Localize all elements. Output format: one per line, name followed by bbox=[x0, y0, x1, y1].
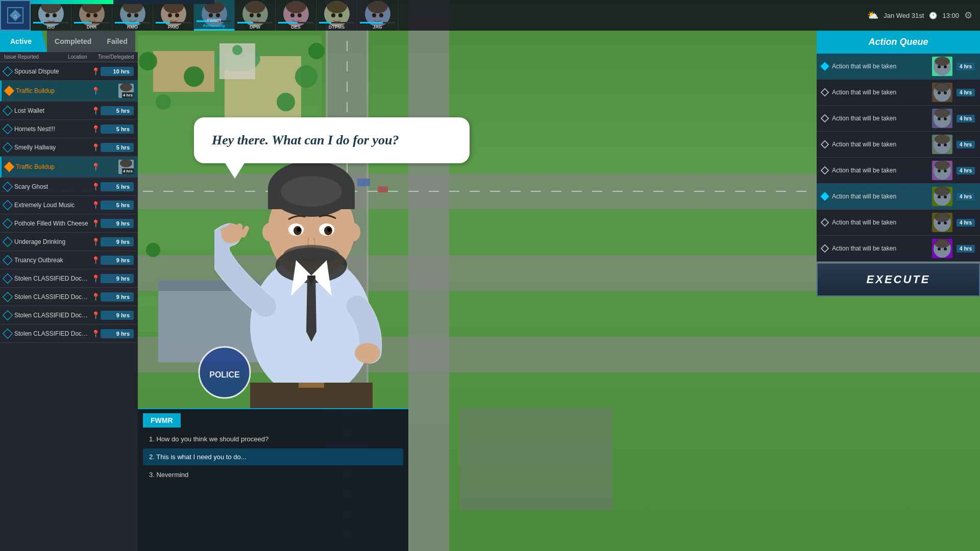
agent-label-dhr: DHR bbox=[87, 24, 97, 30]
svg-point-69 bbox=[372, 13, 376, 17]
tab-completed[interactable]: Completed bbox=[47, 31, 99, 52]
issue-item[interactable]: Traffic Buildup📍 4 hrs bbox=[0, 81, 138, 102]
issue-location-icon: 📍 bbox=[90, 219, 101, 228]
action-hrs-badge: 4 hrs bbox=[957, 141, 975, 148]
assigned-hrs-label: 4 hrs bbox=[122, 92, 134, 98]
settings-icon[interactable]: ⚙ bbox=[964, 10, 972, 21]
issue-item[interactable]: Stolen CLASSIFIED Documents📍9 hrs bbox=[0, 306, 138, 324]
action-item[interactable]: Action that will be taken 4 hrs bbox=[817, 236, 980, 262]
issue-time: 9 hrs bbox=[101, 274, 134, 283]
issue-item[interactable]: Scary Ghost📍5 hrs bbox=[0, 178, 138, 196]
dialogue-option-3[interactable]: 3. Nevermind bbox=[143, 466, 403, 483]
agent-slot-dpw[interactable]: DPW bbox=[235, 0, 276, 31]
issue-item[interactable]: Stolen CLASSIFIED Documents📍9 hrs bbox=[0, 324, 138, 343]
issue-item[interactable]: Hornets Nest!!!📍5 hrs bbox=[0, 120, 138, 138]
agent-slot-paio[interactable]: PAIO bbox=[153, 0, 194, 31]
dialogue-option-1[interactable]: 1. How do you think we should proceed? bbox=[143, 431, 403, 447]
action-item[interactable]: Action that will be taken 4 hrs bbox=[817, 210, 980, 236]
action-avatar bbox=[932, 239, 952, 258]
issue-icon bbox=[3, 124, 13, 134]
agent-xp-dhr bbox=[74, 22, 109, 23]
action-text: Action that will be taken bbox=[832, 89, 928, 96]
action-diamond-icon bbox=[821, 244, 829, 253]
agent-slot-rmo[interactable]: RMO bbox=[112, 0, 153, 31]
agent-slot-dtpms[interactable]: DTPMS bbox=[316, 0, 357, 31]
time-badge: 9 hrs bbox=[101, 329, 134, 338]
time-badge: 5 hrs bbox=[101, 182, 134, 191]
clock-icon: 🕐 bbox=[929, 12, 937, 19]
action-avatar bbox=[932, 109, 952, 128]
action-hrs-badge: 4 hrs bbox=[957, 245, 975, 253]
issue-icon bbox=[3, 182, 13, 192]
agent-slot-dhr[interactable]: DHR bbox=[71, 0, 112, 31]
issue-icon bbox=[3, 66, 13, 77]
issue-item[interactable]: Truancy Outbreak📍9 hrs bbox=[0, 251, 138, 269]
svg-point-113 bbox=[938, 117, 941, 120]
svg-point-49 bbox=[168, 13, 172, 17]
issue-location-icon: 📍 bbox=[90, 330, 101, 338]
svg-point-90 bbox=[346, 223, 360, 241]
issue-item[interactable]: Traffic Buildup📍 4 hrs bbox=[0, 157, 138, 178]
agent-slot-jag[interactable]: JAG bbox=[357, 0, 398, 31]
issue-icon bbox=[3, 292, 13, 302]
issue-item[interactable]: Smelly Hallway📍5 hrs bbox=[0, 138, 138, 157]
issue-item[interactable]: Underage Drinking📍9 hrs bbox=[0, 233, 138, 251]
issue-item[interactable]: Stolen CLASSIFIED Documents📍9 hrs bbox=[0, 288, 138, 306]
action-text: Action that will be taken bbox=[832, 115, 928, 122]
time-badge: 5 hrs bbox=[101, 143, 134, 152]
issue-item[interactable]: Stolen CLASSIFIED Documents📍9 hrs bbox=[0, 269, 138, 288]
tab-active[interactable]: Active bbox=[0, 31, 47, 52]
progress-fill bbox=[31, 0, 113, 4]
header-issue: Issue Reported bbox=[4, 54, 62, 60]
svg-point-37 bbox=[45, 13, 50, 17]
time-badge: 5 hrs bbox=[101, 124, 134, 134]
svg-point-132 bbox=[935, 239, 950, 248]
issue-item[interactable]: Pothole Filled With Cheese📍9 hrs bbox=[0, 214, 138, 233]
issue-location-icon: 📍 bbox=[90, 201, 101, 209]
action-text: Action that will be taken bbox=[832, 219, 928, 226]
svg-rect-10 bbox=[153, 51, 214, 92]
issue-item[interactable]: Extremely Loud Music📍5 hrs bbox=[0, 196, 138, 214]
svg-point-133 bbox=[938, 247, 941, 251]
agent-xp-dtpms bbox=[319, 22, 354, 23]
action-item[interactable]: Action that will be taken 4 hrs bbox=[817, 158, 980, 184]
issue-icon bbox=[3, 329, 13, 339]
issue-item[interactable]: Spousal Dispute📍10 hrs bbox=[0, 62, 138, 81]
issue-name: Traffic Buildup bbox=[16, 87, 90, 94]
action-item[interactable]: Action that will be taken 4 hrs bbox=[817, 184, 980, 210]
agent-slot-des[interactable]: DES bbox=[276, 0, 316, 31]
issue-name: Stolen CLASSIFIED Documents bbox=[14, 330, 90, 337]
action-item[interactable]: Action that will be taken 4 hrs bbox=[817, 132, 980, 158]
time-assigned-badge: 4 hrs bbox=[101, 84, 134, 98]
issue-name: Extremely Loud Music bbox=[14, 202, 90, 209]
agent-slot-iso[interactable]: ISO bbox=[31, 0, 71, 31]
tab-failed[interactable]: Failed bbox=[99, 31, 135, 52]
dialogue-options: 1. How do you think we should proceed?2.… bbox=[138, 431, 408, 483]
svg-point-105 bbox=[938, 65, 941, 68]
issue-time: 4 hrs bbox=[101, 84, 134, 98]
action-item[interactable]: Action that will be taken 4 hrs bbox=[817, 54, 980, 80]
bubble-box: Hey there. What can I do for you? bbox=[194, 117, 470, 163]
dialogue-option-2[interactable]: 2. This is what I need you to do... bbox=[143, 448, 403, 465]
svg-point-42 bbox=[93, 13, 97, 17]
action-avatar bbox=[932, 57, 952, 76]
issue-name: Stolen CLASSIFIED Documents bbox=[14, 312, 90, 319]
logo[interactable]: ⌂ bbox=[0, 0, 31, 31]
issue-time: 10 hrs bbox=[101, 67, 134, 76]
action-diamond-icon bbox=[821, 62, 829, 71]
action-item[interactable]: Action that will be taken 4 hrs bbox=[817, 106, 980, 132]
issue-icon bbox=[3, 255, 13, 265]
svg-point-120 bbox=[935, 161, 950, 170]
agent-slot-fwmr[interactable]: FWMRPersonality bbox=[194, 0, 235, 31]
action-avatar bbox=[932, 187, 952, 206]
action-diamond-icon bbox=[821, 166, 829, 175]
svg-point-128 bbox=[935, 213, 950, 222]
svg-point-130 bbox=[944, 221, 947, 224]
svg-point-62 bbox=[298, 13, 302, 17]
weather-icon: ⛅ bbox=[867, 10, 878, 21]
execute-button[interactable]: EXECUTE bbox=[817, 263, 980, 296]
action-item[interactable]: Action that will be taken 4 hrs bbox=[817, 80, 980, 106]
action-hrs-badge: 4 hrs bbox=[957, 89, 975, 96]
issue-item[interactable]: Lost Wallet📍5 hrs bbox=[0, 102, 138, 120]
bubble-text: Hey there. What can I do for you? bbox=[212, 133, 452, 148]
